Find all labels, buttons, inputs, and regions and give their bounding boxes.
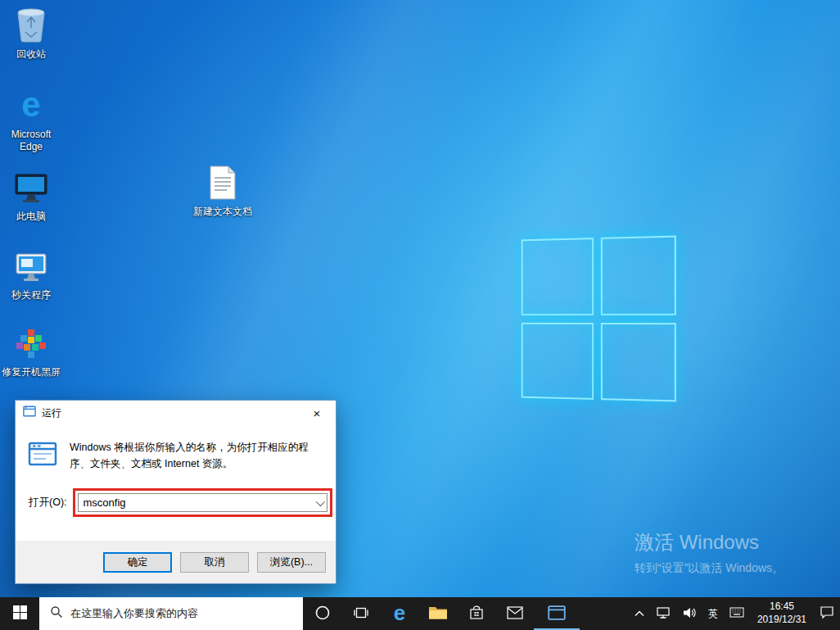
hidden-icons-button[interactable] — [629, 597, 650, 630]
taskbar-search-box[interactable]: 在这里输入你要搜索的内容 — [39, 597, 303, 630]
windows-start-icon — [13, 605, 27, 622]
browse-button[interactable]: 浏览(B)... — [257, 552, 326, 573]
windows-logo-pane — [522, 322, 594, 399]
activation-line1: 激活 Windows — [635, 529, 784, 555]
store-bag-icon — [468, 605, 485, 623]
run-dialog-description: Windows 将根据你所输入的名称，为你打开相应的程序、文件夹、文档或 Int… — [70, 439, 317, 472]
desktop-icon-label: 修复开机黑屏 — [2, 366, 61, 378]
task-view-button[interactable] — [341, 597, 380, 630]
ime-language-button[interactable]: 英 — [702, 597, 724, 630]
windows-logo-pane — [600, 323, 675, 402]
action-center-icon — [820, 605, 834, 622]
close-icon[interactable]: × — [298, 401, 336, 425]
run-window-icon — [28, 439, 57, 472]
ok-button[interactable]: 确定 — [103, 552, 172, 573]
desktop-icon-label: 秒关程序 — [11, 289, 51, 301]
chevron-down-icon[interactable] — [311, 494, 327, 511]
open-row: 打开(O): — [16, 488, 336, 517]
run-dialog-content: Windows 将根据你所输入的名称，为你打开相应的程序、文件夹、文档或 Int… — [16, 425, 336, 472]
start-button[interactable] — [0, 597, 39, 630]
mail-envelope-icon — [507, 606, 523, 622]
run-dialog: 运行 × Windows 将根据你所输入的名称，为你打开相应的程序、文件夹、文档… — [15, 400, 336, 584]
run-command-input[interactable] — [79, 494, 311, 511]
system-tray: 英 16:45 2019/12/31 — [629, 597, 840, 630]
svg-text:e: e — [393, 602, 404, 623]
clock-time: 16:45 — [770, 601, 794, 614]
speaker-icon — [682, 606, 697, 622]
folder-icon — [428, 605, 448, 623]
mosaic-tool-icon — [15, 328, 47, 364]
run-app-taskbar-button[interactable] — [534, 597, 580, 630]
recycle-bin-icon — [15, 7, 47, 46]
windows-logo-pane — [600, 236, 675, 315]
open-label: 打开(O): — [29, 496, 67, 510]
desktop-icon-fix-boot-black-screen[interactable]: 修复开机黑屏 — [0, 328, 62, 378]
edge-taskbar-button[interactable]: e — [380, 597, 418, 630]
microsoft-store-button[interactable] — [457, 597, 495, 630]
windows-logo-pane — [522, 238, 594, 315]
run-command-combobox[interactable] — [78, 493, 327, 512]
touch-keyboard-button[interactable] — [724, 597, 750, 630]
run-window-icon — [548, 604, 566, 624]
run-dialog-titlebar[interactable]: 运行 × — [16, 401, 336, 425]
cortana-icon — [314, 605, 331, 623]
volume-button[interactable] — [676, 597, 702, 630]
cancel-button[interactable]: 取消 — [180, 552, 249, 573]
edge-icon: e — [13, 87, 49, 126]
activation-watermark: 激活 Windows 转到“设置”以激活 Windows。 — [635, 529, 784, 576]
run-window-icon — [23, 405, 36, 421]
windows-logo-wallpaper — [522, 236, 676, 402]
chevron-up-icon — [635, 608, 644, 619]
clock[interactable]: 16:45 2019/12/31 — [750, 597, 814, 630]
svg-text:e: e — [21, 87, 40, 123]
text-document-icon — [209, 165, 237, 203]
search-icon — [50, 605, 63, 622]
action-center-button[interactable] — [814, 597, 840, 630]
program-window-icon — [13, 251, 49, 287]
run-dialog-title: 运行 — [42, 406, 61, 420]
desktop-icon-label: 此电脑 — [16, 211, 46, 223]
desktop-icon-quick-close-program[interactable]: 秒关程序 — [0, 251, 62, 301]
desktop-icon-this-pc[interactable]: 此电脑 — [0, 172, 62, 223]
clock-date: 2019/12/31 — [757, 614, 806, 627]
desktop: 回收站 e Microsoft Edge 此电脑 — [0, 0, 840, 630]
task-view-icon — [353, 605, 369, 623]
desktop-icon-recycle-bin[interactable]: 回收站 — [0, 7, 62, 61]
keyboard-icon — [729, 607, 744, 620]
run-dialog-footer: 确定 取消 浏览(B)... — [16, 541, 336, 583]
desktop-icon-microsoft-edge[interactable]: e Microsoft Edge — [0, 87, 62, 153]
file-explorer-button[interactable] — [418, 597, 457, 630]
mail-button[interactable] — [495, 597, 534, 630]
red-highlight-annotation — [73, 488, 332, 517]
taskbar: 在这里输入你要搜索的内容 e — [0, 597, 840, 630]
network-button[interactable] — [650, 597, 676, 630]
desktop-icon-label: Microsoft Edge — [0, 129, 62, 153]
desktop-icon-label: 回收站 — [16, 48, 46, 61]
network-ethernet-icon — [656, 606, 671, 622]
this-pc-icon — [13, 172, 49, 208]
cortana-button[interactable] — [303, 597, 341, 630]
edge-icon: e — [389, 602, 410, 626]
desktop-icon-new-text-document[interactable]: 新建文本文档 — [192, 165, 254, 218]
activation-line2: 转到“设置”以激活 Windows。 — [635, 561, 784, 576]
search-placeholder-text: 在这里输入你要搜索的内容 — [70, 606, 198, 621]
desktop-icon-label: 新建文本文档 — [193, 206, 252, 218]
